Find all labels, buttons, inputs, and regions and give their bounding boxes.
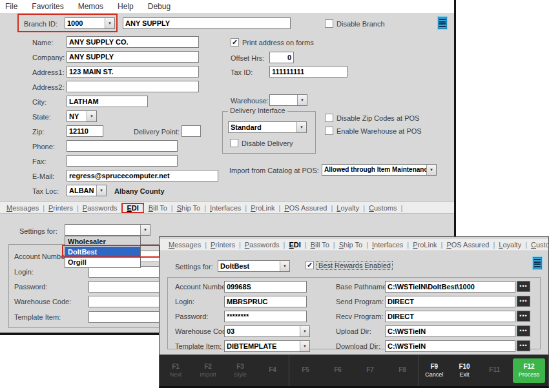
delivery-interface-combo[interactable]: Standard ▼ xyxy=(228,121,307,133)
import-catalog-combo[interactable]: Allowed through Item Maintenance ▼ xyxy=(322,164,437,176)
print-address-checkbox[interactable]: ✓ xyxy=(231,38,239,46)
chevron-down-icon[interactable]: ▼ xyxy=(300,341,309,351)
tab-messages[interactable]: Messages xyxy=(3,204,43,212)
chevron-down-icon[interactable]: ▼ xyxy=(87,111,96,121)
zip-field[interactable]: 12110 xyxy=(67,125,103,137)
tab-pos-assured[interactable]: POS Assured xyxy=(280,204,331,212)
name-field[interactable]: ANY SUPPLY CO. xyxy=(67,36,199,48)
delivery-point-field[interactable] xyxy=(181,125,201,137)
f3-style-button[interactable]: F3 Style xyxy=(224,355,256,386)
tab-edi[interactable]: EDI xyxy=(285,241,304,249)
dropdown-option-orgill[interactable]: Orgill xyxy=(65,257,140,267)
tab-bar: Messages| Printers| Passwords| EDI| Bill… xyxy=(160,239,548,251)
dropdown-option-doitbest[interactable]: DoItBest xyxy=(65,247,140,257)
tab-prolink[interactable]: ProLink xyxy=(409,241,440,249)
tab-loyalty[interactable]: Loyalty xyxy=(333,204,363,212)
f7-button[interactable]: F7 xyxy=(354,355,386,386)
dropdown-option-wholesaler[interactable]: Wholesaler xyxy=(65,236,140,247)
tab-loyalty[interactable]: Loyalty xyxy=(495,241,525,249)
f6-button[interactable]: F6 xyxy=(322,355,354,386)
password-field[interactable]: ******** xyxy=(224,311,307,322)
browse-button[interactable]: ••• xyxy=(517,296,530,307)
f12-process-button[interactable]: F12 Process xyxy=(510,355,548,386)
phone-field[interactable] xyxy=(67,140,178,152)
taxloc-combo[interactable]: ALBAN ▼ xyxy=(67,185,107,196)
browse-button[interactable]: ••• xyxy=(517,340,530,351)
chevron-down-icon[interactable]: ▼ xyxy=(296,122,306,132)
upload-dir-field[interactable]: C:\WSTieIN xyxy=(385,325,515,337)
menu-favorites[interactable]: Favorites xyxy=(32,2,63,11)
address1-label: Address1: xyxy=(32,68,65,76)
email-field[interactable]: regress@sprucecomputer.net xyxy=(67,170,218,181)
company-field[interactable]: ANY SUPPLY xyxy=(67,51,199,63)
tab-messages[interactable]: Messages xyxy=(165,241,205,249)
tab-bill-to[interactable]: Bill To xyxy=(307,241,333,249)
chevron-down-icon[interactable]: ▼ xyxy=(140,225,150,235)
disable-delivery-checkbox[interactable] xyxy=(230,139,238,147)
f9-cancel-button[interactable]: F9 Cancel xyxy=(419,355,450,386)
chevron-down-icon[interactable]: ▼ xyxy=(96,185,106,196)
login-field[interactable]: MBRSPRUC xyxy=(224,296,307,307)
tab-edi[interactable]: EDI xyxy=(123,204,142,212)
tab-passwords[interactable]: Passwords xyxy=(241,241,284,249)
tab-interfaces[interactable]: Interfaces xyxy=(368,241,407,249)
list-menu-icon[interactable] xyxy=(437,16,448,30)
disable-branch-checkbox[interactable] xyxy=(325,19,333,28)
menu-file[interactable]: File xyxy=(5,2,17,11)
enable-warehouse-checkbox[interactable] xyxy=(325,127,333,135)
tab-interfaces[interactable]: Interfaces xyxy=(206,204,245,212)
base-pathname-field[interactable]: C:\WSTieIN\DoItBest\1000 xyxy=(385,281,515,293)
template-item-combo[interactable]: DIBTEMPLATE ▼ xyxy=(224,340,310,352)
settings-for-combo[interactable]: DoItBest ▼ xyxy=(218,260,290,272)
browse-button[interactable]: ••• xyxy=(517,325,530,336)
f4-button[interactable]: F4 xyxy=(256,355,289,386)
download-dir-field[interactable]: C:\WSTieIN xyxy=(385,340,515,352)
list-menu-icon[interactable] xyxy=(532,256,543,270)
account-number-field[interactable]: 09968S xyxy=(224,281,307,293)
f8-button[interactable]: F8 xyxy=(386,355,419,386)
tab-printers[interactable]: Printers xyxy=(45,204,77,212)
tab-printers[interactable]: Printers xyxy=(207,241,239,249)
branch-name-field[interactable]: ANY SUPPLY xyxy=(123,17,291,29)
f1-next-button[interactable]: F1 Next xyxy=(160,355,192,386)
chevron-down-icon[interactable]: ▼ xyxy=(297,95,307,105)
tax-id-field[interactable]: 111111111 xyxy=(269,66,347,77)
address2-field[interactable] xyxy=(67,81,199,92)
warehouse-code-combo[interactable]: 03 ▼ xyxy=(224,325,310,337)
chevron-down-icon[interactable]: ▼ xyxy=(105,18,114,28)
offset-hrs-field[interactable]: 0 xyxy=(269,52,294,63)
tab-ship-to[interactable]: Ship To xyxy=(335,241,367,249)
settings-for-combo[interactable]: ▼ xyxy=(65,224,150,236)
menu-help[interactable]: Help xyxy=(118,2,134,11)
fnkey-label: Cancel xyxy=(425,371,443,378)
f10-exit-button[interactable]: F10 Exit xyxy=(450,355,480,386)
send-program-field[interactable]: DIRECT xyxy=(385,296,515,307)
address1-field[interactable]: 123 MAIN ST. xyxy=(67,66,199,77)
tab-pos-assured[interactable]: POS Assured xyxy=(442,241,493,249)
recv-program-field[interactable]: DIRECT xyxy=(385,311,515,322)
menu-debug[interactable]: Debug xyxy=(148,2,171,11)
tab-bill-to[interactable]: Bill To xyxy=(145,204,171,212)
browse-button[interactable]: ••• xyxy=(517,281,530,292)
template-item-label: Template Item: xyxy=(175,342,222,350)
best-rewards-checkbox[interactable]: ✓ xyxy=(306,261,314,269)
state-combo[interactable]: NY ▼ xyxy=(67,110,97,122)
tab-customs[interactable]: Customs xyxy=(527,241,549,249)
f11-button[interactable]: F11 xyxy=(479,355,510,386)
chevron-down-icon[interactable]: ▼ xyxy=(426,165,436,175)
f2-import-button[interactable]: F2 Import xyxy=(192,355,224,386)
branch-id-combo[interactable]: 1000 ▼ xyxy=(65,17,115,29)
tab-passwords[interactable]: Passwords xyxy=(79,204,121,212)
warehouse-combo[interactable]: ▼ xyxy=(269,94,307,106)
menu-memos[interactable]: Memos xyxy=(78,2,103,11)
browse-button[interactable]: ••• xyxy=(517,311,530,322)
tab-ship-to[interactable]: Ship To xyxy=(173,204,205,212)
city-field[interactable]: LATHAM xyxy=(67,96,148,107)
chevron-down-icon[interactable]: ▼ xyxy=(300,326,309,336)
fax-field[interactable] xyxy=(67,155,178,167)
tab-customs[interactable]: Customs xyxy=(365,204,400,212)
chevron-down-icon[interactable]: ▼ xyxy=(280,261,289,271)
disable-zip-checkbox[interactable] xyxy=(325,114,333,122)
tab-prolink[interactable]: ProLink xyxy=(247,204,278,212)
f5-button[interactable]: F5 xyxy=(289,355,322,386)
